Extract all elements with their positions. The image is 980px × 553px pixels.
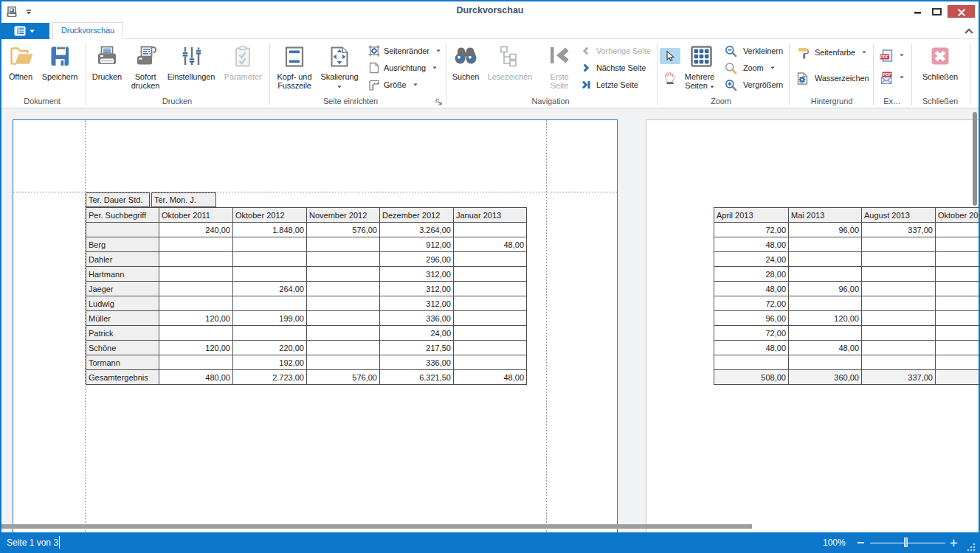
svg-text:PDF: PDF <box>880 55 889 59</box>
svg-text:PDF: PDF <box>883 72 891 77</box>
